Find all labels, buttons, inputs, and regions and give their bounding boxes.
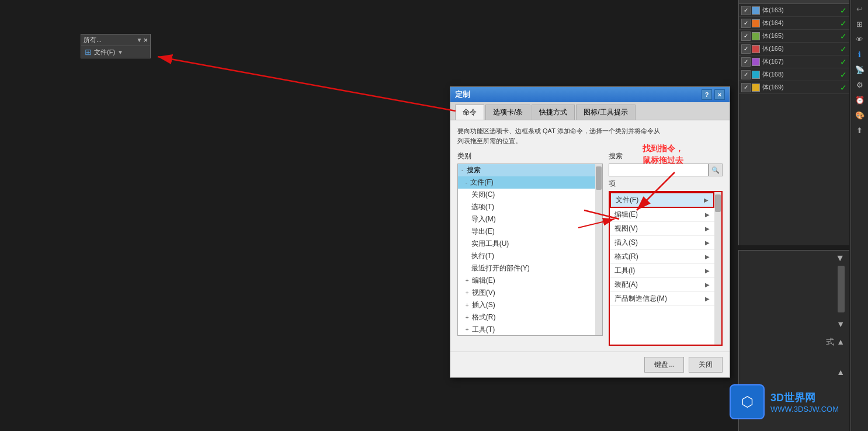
item-name-assembly: 装配(A) bbox=[614, 280, 705, 290]
layer-visible-check: ✓ bbox=[840, 83, 847, 92]
layer-check[interactable]: ✓ bbox=[741, 19, 751, 28]
layer-check[interactable]: ✓ bbox=[741, 57, 751, 67]
scroll-down-btn[interactable]: ▼ bbox=[835, 253, 845, 263]
toolbar-file-icon: ⊞ bbox=[85, 47, 92, 57]
tab-icons[interactable]: 图标/工具提示 bbox=[576, 105, 635, 120]
table-row[interactable]: ✓ 体(166) ✓ bbox=[739, 43, 849, 55]
list-item-view[interactable]: 视图(V) ▶ bbox=[610, 222, 714, 236]
signal-icon[interactable]: 📡 bbox=[853, 63, 866, 76]
tree-item-close[interactable]: 关闭(C) bbox=[458, 189, 595, 201]
dialog-titlebar: 定制 ? × bbox=[450, 87, 730, 102]
item-name-view: 视图(V) bbox=[614, 224, 705, 234]
watermark-url: WWW.3DSJW.COM bbox=[770, 405, 839, 413]
tree-item-options[interactable]: 选项(T) bbox=[458, 201, 595, 213]
item-arrow-edit: ▶ bbox=[705, 211, 710, 218]
tree-item-edit[interactable]: + 编辑(E) bbox=[458, 274, 595, 287]
list-item-pmi[interactable]: 产品制造信息(M) ▶ bbox=[610, 292, 714, 306]
item-arrow-file: ▶ bbox=[704, 197, 709, 203]
layer-visible-check: ✓ bbox=[840, 32, 847, 41]
layer-name: 体(163) bbox=[762, 6, 840, 15]
settings-icon[interactable]: ⚙ bbox=[853, 78, 866, 91]
dialog-close-btn[interactable]: × bbox=[714, 89, 725, 100]
tab-ribbonbar[interactable]: 选项卡/条 bbox=[485, 105, 530, 120]
tree-item-view[interactable]: + 视图(V) bbox=[458, 287, 595, 299]
table-row[interactable]: ✓ 体(164) ✓ bbox=[739, 17, 849, 30]
list-item-file[interactable]: 文件(F) ▶ bbox=[610, 192, 714, 208]
items-list[interactable]: 文件(F) ▶ 编辑(E) ▶ 视图(V) ▶ 插入(S) bbox=[610, 192, 714, 345]
tree-item-file[interactable]: - 文件(F) bbox=[458, 176, 595, 189]
grid-icon[interactable]: ⊞ bbox=[853, 18, 866, 30]
eye-icon[interactable]: 👁 bbox=[853, 33, 866, 46]
layer-visible-check: ✓ bbox=[840, 57, 847, 67]
layer-check[interactable]: ✓ bbox=[741, 83, 751, 92]
table-row[interactable]: ✓ 体(168) ✓ bbox=[739, 68, 849, 81]
tree-item-import[interactable]: 导入(M) bbox=[458, 213, 595, 225]
tree-item-tools[interactable]: + 工具(T) bbox=[458, 324, 595, 335]
layer-color bbox=[752, 84, 760, 92]
watermark: ⬡ 3D世界网 WWW.3DSJW.COM bbox=[730, 384, 839, 419]
toolbar-file-menu[interactable]: 文件(F) bbox=[94, 48, 115, 57]
layer-check[interactable]: ✓ bbox=[741, 70, 751, 79]
list-item-format[interactable]: 格式(R) ▶ bbox=[610, 250, 714, 264]
list-item-assembly[interactable]: 装配(A) ▶ bbox=[610, 278, 714, 292]
layer-color bbox=[752, 58, 760, 66]
item-name-file: 文件(F) bbox=[616, 195, 704, 205]
tree-scrollbar[interactable] bbox=[595, 164, 602, 335]
info-icon[interactable]: ℹ bbox=[853, 48, 866, 61]
item-name-tools: 工具(I) bbox=[614, 266, 705, 276]
items-scrollbar[interactable] bbox=[714, 192, 721, 345]
categories-panel: 类别 - 搜索 - 文件(F) 关闭(C) bbox=[457, 151, 603, 346]
list-item-edit[interactable]: 编辑(E) ▶ bbox=[610, 208, 714, 222]
toolbar-close-btn[interactable]: × bbox=[143, 36, 148, 44]
item-name-insert: 插入(S) bbox=[614, 238, 705, 248]
layer-panel: ✓ 体(163) ✓ ✓ 体(164) ✓ ✓ 体(165) ✓ ✓ 体(166… bbox=[738, 0, 849, 245]
tree-item-export[interactable]: 导出(E) bbox=[458, 225, 595, 238]
table-row[interactable]: ✓ 体(165) ✓ bbox=[739, 30, 849, 43]
table-row[interactable]: ✓ 体(169) ✓ bbox=[739, 81, 849, 94]
watermark-text-group: 3D世界网 WWW.3DSJW.COM bbox=[770, 391, 839, 413]
close-dialog-button[interactable]: 关闭 bbox=[689, 357, 723, 373]
tree-item-insert[interactable]: + 插入(S) bbox=[458, 299, 595, 311]
search-button[interactable]: 🔍 bbox=[709, 164, 723, 176]
category-tree[interactable]: - 搜索 - 文件(F) 关闭(C) 选项(T) bbox=[458, 164, 595, 335]
arrow-icon[interactable]: ⬆ bbox=[853, 124, 866, 137]
layer-name: 体(169) bbox=[762, 83, 840, 92]
tab-shortcuts[interactable]: 快捷方式 bbox=[532, 105, 575, 120]
toolbar-dropdown-arrow[interactable]: ▼ bbox=[137, 37, 143, 43]
expand-btn[interactable]: ▼ bbox=[836, 319, 845, 329]
tree-item-utilities[interactable]: 实用工具(U) bbox=[458, 238, 595, 250]
annotation-line2: 鼠标拖过去 bbox=[643, 155, 683, 165]
layer-visible-check: ✓ bbox=[840, 44, 847, 54]
layer-check[interactable]: ✓ bbox=[741, 6, 751, 15]
layer-name: 体(165) bbox=[762, 32, 840, 40]
toolbar-title-row: 所有... ▼ × bbox=[81, 34, 150, 46]
dialog-help-btn[interactable]: ? bbox=[702, 89, 712, 100]
list-item-tools[interactable]: 工具(I) ▶ bbox=[610, 264, 714, 278]
tree-item-execute[interactable]: 执行(T) bbox=[458, 250, 595, 262]
layer-color bbox=[752, 45, 760, 53]
table-row[interactable]: ✓ 体(167) ✓ bbox=[739, 55, 849, 68]
tree-item-format[interactable]: + 格式(R) bbox=[458, 311, 595, 324]
table-row[interactable]: ✓ 体(163) ✓ bbox=[739, 4, 849, 17]
keyboard-button[interactable]: 键盘... bbox=[644, 357, 684, 373]
layer-check[interactable]: ✓ bbox=[741, 32, 751, 41]
items-panel: 搜索 🔍 项 文件(F) ▶ 编辑(E) ▶ bbox=[609, 151, 723, 346]
toolbar-title: 所有... bbox=[84, 36, 102, 44]
scroll-up-btn[interactable]: ▲ bbox=[836, 367, 845, 377]
list-item-insert[interactable]: 插入(S) ▶ bbox=[610, 236, 714, 250]
layer-name: 体(167) bbox=[762, 57, 840, 66]
toolbar-file-dropdown[interactable]: ▼ bbox=[117, 49, 123, 55]
tree-item-recent[interactable]: 最近打开的部件(Y) bbox=[458, 262, 595, 274]
color-icon[interactable]: 🎨 bbox=[853, 109, 866, 121]
tab-commands[interactable]: 命令 bbox=[455, 105, 484, 120]
items-container: 文件(F) ▶ 编辑(E) ▶ 视图(V) ▶ 插入(S) bbox=[609, 191, 723, 346]
category-label: 类别 bbox=[457, 151, 603, 161]
layer-check[interactable]: ✓ bbox=[741, 44, 751, 54]
undo-icon[interactable]: ↩ bbox=[853, 2, 866, 15]
watermark-logo: ⬡ bbox=[730, 384, 765, 419]
right-sidebar: ↩ ⊞ 👁 ℹ 📡 ⚙ ⏰ 🎨 ⬆ bbox=[850, 0, 868, 431]
tree-item-search[interactable]: - 搜索 bbox=[458, 164, 595, 176]
layer-visible-check: ✓ bbox=[840, 70, 847, 79]
layer-name: 体(166) bbox=[762, 44, 840, 53]
clock-icon[interactable]: ⏰ bbox=[853, 93, 866, 106]
